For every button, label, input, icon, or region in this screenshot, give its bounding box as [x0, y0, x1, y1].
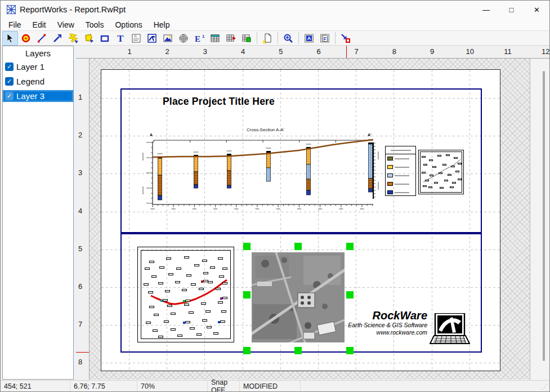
polyline-tool-button[interactable]	[65, 31, 81, 46]
marker-color-dot	[183, 322, 185, 324]
location-map-small[interactable]	[418, 150, 464, 194]
resize-grip[interactable]: ⋰	[541, 383, 548, 391]
selection-handle[interactable]	[243, 243, 251, 250]
font-style-button[interactable]: A	[301, 31, 317, 46]
selection-handle[interactable]	[243, 291, 251, 299]
rockplot-tool-button[interactable]	[144, 31, 160, 46]
borehole-marker	[218, 257, 223, 260]
borehole-marker	[185, 321, 190, 323]
borehole-marker	[448, 174, 451, 176]
rectangle-icon	[99, 33, 110, 44]
rectangle-tool-button[interactable]	[97, 31, 113, 46]
borehole-marker	[159, 266, 164, 269]
legend-label	[395, 192, 409, 193]
menu-item-tools[interactable]: Tools	[80, 20, 110, 30]
legend-entry	[386, 171, 415, 180]
selection-handle[interactable]	[346, 243, 354, 250]
menu-item-edit[interactable]: Edit	[27, 20, 52, 30]
borehole-marker	[149, 306, 154, 308]
stratigraphy-legend[interactable]	[385, 146, 416, 196]
minimize-button[interactable]: —	[473, 1, 499, 19]
table-add-tool-button[interactable]	[223, 31, 239, 46]
snap-tool-button[interactable]	[338, 31, 354, 46]
line-tool-button[interactable]	[34, 31, 50, 46]
ruler-corner	[76, 46, 90, 59]
image-tool-button[interactable]	[160, 31, 176, 46]
format-f-icon: F	[319, 33, 330, 44]
marker-color-dot	[183, 300, 185, 302]
borehole-marker	[220, 320, 225, 323]
app-icon	[7, 5, 16, 14]
status-cell-4: MODIFIED	[240, 381, 301, 392]
selection-handle[interactable]	[243, 347, 251, 354]
layer-checkbox[interactable]: ✓	[5, 92, 14, 100]
borehole-marker	[444, 180, 448, 181]
layer-checkbox[interactable]: ✓	[5, 63, 14, 71]
point-tool-button[interactable]	[18, 31, 34, 46]
ruler-top-number: 10	[466, 47, 475, 56]
arrow-tool-button[interactable]	[50, 31, 65, 46]
borehole-marker	[454, 157, 458, 159]
cross-section-a-label: A	[150, 133, 153, 137]
layout-canvas[interactable]: Place Project Title Here Cross-Section A…	[90, 59, 530, 380]
legend-entry	[386, 188, 415, 197]
table-color-icon	[241, 33, 252, 44]
arrow-icon	[52, 33, 63, 44]
layer-label: Layer 3	[16, 91, 44, 101]
menu-item-view[interactable]: View	[52, 20, 80, 30]
text-tool-button[interactable]: T	[113, 31, 128, 46]
borehole-marker	[442, 164, 446, 166]
menu-item-file[interactable]: File	[3, 20, 27, 30]
legend-entry	[386, 163, 415, 171]
ruler-top-number: 5	[276, 47, 285, 56]
borehole-marker	[422, 156, 426, 158]
legend-swatch	[387, 173, 393, 177]
borehole-marker	[440, 187, 444, 189]
menu-item-options[interactable]: Options	[109, 20, 147, 30]
maximize-button[interactable]: □	[499, 1, 524, 19]
globe-tool-button[interactable]	[176, 31, 191, 46]
select-tool-button[interactable]	[2, 31, 18, 46]
borehole-marker	[208, 281, 213, 283]
status-bar: 454; 5216.76; 7.7570%Snap OFFMODIFIED⋰	[1, 380, 549, 392]
borehole-marker	[145, 268, 150, 270]
layer-row-layer-1[interactable]: ✓Layer 1	[3, 61, 73, 73]
legend-label	[395, 167, 409, 168]
borehole-marker	[171, 328, 176, 331]
selection-handle[interactable]	[294, 347, 302, 354]
borehole-marker	[222, 268, 227, 270]
format-file-button[interactable]: F	[317, 31, 333, 46]
ruler-left-number: 5	[78, 244, 82, 253]
striplog-tool-button[interactable]: E1	[191, 31, 207, 46]
location-map-large[interactable]	[137, 247, 234, 342]
title-bar[interactable]: ReportWorks - Report.RwRpt — □ ✕	[1, 1, 549, 19]
project-title-text[interactable]: Place Project Title Here	[163, 96, 275, 108]
render-page-button[interactable]	[260, 31, 275, 46]
layer-row-layer-3[interactable]: ✓Layer 3	[3, 90, 73, 102]
rockware-logo-text[interactable]: RockWare Earth Science & GIS Software ww…	[315, 309, 427, 336]
ruler-left-number: 1	[78, 93, 82, 101]
menu-item-help[interactable]: Help	[148, 20, 176, 30]
polygon-tool-button[interactable]	[81, 31, 97, 46]
borehole-marker	[190, 327, 195, 329]
formatted-text-tool-button[interactable]: Ti	[128, 31, 144, 46]
datasheet-tool-button[interactable]	[207, 31, 223, 46]
marker-color-dot	[220, 297, 222, 300]
close-button[interactable]: ✕	[524, 1, 549, 19]
zoom-tool-button[interactable]	[280, 31, 296, 46]
table-color-tool-button[interactable]	[239, 31, 254, 46]
legend-entry	[386, 154, 415, 163]
selection-handle[interactable]	[346, 291, 354, 299]
selection-handle[interactable]	[346, 347, 354, 354]
borehole-marker	[210, 266, 215, 269]
selection-handle[interactable]	[294, 243, 302, 250]
borehole-marker	[450, 186, 454, 188]
layer-row-legend[interactable]: ✓Legend	[3, 75, 73, 87]
borehole-marker	[151, 275, 156, 278]
striplog-icon: E1	[194, 33, 205, 44]
borehole-marker	[175, 281, 180, 283]
legend-swatch	[387, 190, 393, 194]
vertical-scrollbar-thumb[interactable]	[543, 71, 545, 361]
layer-label: Legend	[16, 77, 44, 86]
layer-checkbox[interactable]: ✓	[5, 77, 14, 86]
